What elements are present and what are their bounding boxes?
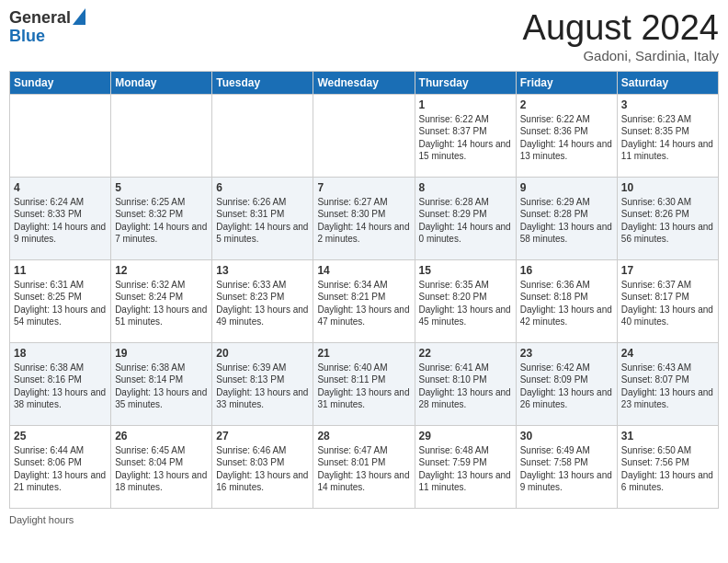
day-number: 14	[317, 264, 410, 277]
day-header: Friday	[516, 71, 617, 94]
day-info: Sunrise: 6:26 AM Sunset: 8:31 PM Dayligh…	[216, 196, 309, 246]
day-info: Sunrise: 6:47 AM Sunset: 8:01 PM Dayligh…	[317, 444, 410, 494]
day-header: Sunday	[10, 71, 111, 94]
day-info: Sunrise: 6:45 AM Sunset: 8:04 PM Dayligh…	[115, 444, 208, 494]
day-info: Sunrise: 6:46 AM Sunset: 8:03 PM Dayligh…	[216, 444, 309, 494]
calendar-cell: 17Sunrise: 6:37 AM Sunset: 8:17 PM Dayli…	[617, 259, 718, 342]
day-info: Sunrise: 6:34 AM Sunset: 8:21 PM Dayligh…	[317, 279, 410, 328]
day-number: 18	[14, 347, 107, 360]
calendar-cell: 6Sunrise: 6:26 AM Sunset: 8:31 PM Daylig…	[212, 177, 313, 259]
calendar-cell: 11Sunrise: 6:31 AM Sunset: 8:25 PM Dayli…	[10, 259, 111, 342]
day-number: 20	[216, 347, 309, 360]
calendar-cell: 1Sunrise: 6:22 AM Sunset: 8:37 PM Daylig…	[415, 94, 516, 177]
day-info: Sunrise: 6:28 AM Sunset: 8:29 PM Dayligh…	[419, 196, 512, 246]
day-info: Sunrise: 6:44 AM Sunset: 8:06 PM Dayligh…	[14, 444, 107, 494]
day-info: Sunrise: 6:43 AM Sunset: 8:07 PM Dayligh…	[621, 362, 714, 411]
day-number: 17	[621, 264, 714, 277]
day-info: Sunrise: 6:23 AM Sunset: 8:35 PM Dayligh…	[621, 113, 714, 163]
day-number: 12	[115, 264, 208, 277]
calendar-cell: 29Sunrise: 6:48 AM Sunset: 7:59 PM Dayli…	[415, 425, 516, 508]
calendar-cell: 7Sunrise: 6:27 AM Sunset: 8:30 PM Daylig…	[313, 177, 415, 259]
day-number: 23	[520, 347, 613, 360]
day-info: Sunrise: 6:22 AM Sunset: 8:37 PM Dayligh…	[419, 113, 512, 163]
day-info: Sunrise: 6:38 AM Sunset: 8:16 PM Dayligh…	[14, 362, 107, 411]
day-info: Sunrise: 6:33 AM Sunset: 8:23 PM Dayligh…	[216, 279, 309, 328]
calendar-cell: 14Sunrise: 6:34 AM Sunset: 8:21 PM Dayli…	[313, 259, 415, 342]
calendar-cell: 26Sunrise: 6:45 AM Sunset: 8:04 PM Dayli…	[111, 425, 212, 508]
calendar-cell: 30Sunrise: 6:49 AM Sunset: 7:58 PM Dayli…	[516, 425, 617, 508]
day-number: 10	[621, 181, 714, 194]
day-info: Sunrise: 6:24 AM Sunset: 8:33 PM Dayligh…	[14, 196, 107, 246]
footer: Daylight hours	[9, 514, 719, 525]
day-info: Sunrise: 6:32 AM Sunset: 8:24 PM Dayligh…	[115, 279, 208, 328]
logo-triangle-icon	[73, 8, 85, 25]
day-number: 31	[621, 430, 714, 442]
calendar-cell: 3Sunrise: 6:23 AM Sunset: 8:35 PM Daylig…	[617, 94, 718, 177]
day-number: 7	[317, 181, 410, 194]
day-info: Sunrise: 6:48 AM Sunset: 7:59 PM Dayligh…	[419, 444, 512, 494]
calendar-cell: 25Sunrise: 6:44 AM Sunset: 8:06 PM Dayli…	[10, 425, 111, 508]
day-number: 27	[216, 430, 309, 442]
day-info: Sunrise: 6:50 AM Sunset: 7:56 PM Dayligh…	[621, 444, 714, 494]
calendar-cell: 12Sunrise: 6:32 AM Sunset: 8:24 PM Dayli…	[111, 259, 212, 342]
day-number: 30	[520, 430, 613, 442]
day-info: Sunrise: 6:42 AM Sunset: 8:09 PM Dayligh…	[520, 362, 613, 411]
day-number: 29	[419, 430, 512, 442]
logo-blue-text: Blue	[9, 28, 85, 46]
calendar-cell: 13Sunrise: 6:33 AM Sunset: 8:23 PM Dayli…	[212, 259, 313, 342]
footer-label: Daylight hours	[9, 514, 74, 525]
day-number: 21	[317, 347, 410, 360]
calendar-cell: 27Sunrise: 6:46 AM Sunset: 8:03 PM Dayli…	[212, 425, 313, 508]
day-number: 13	[216, 264, 309, 277]
day-info: Sunrise: 6:49 AM Sunset: 7:58 PM Dayligh…	[520, 444, 613, 494]
day-number: 9	[520, 181, 613, 194]
day-info: Sunrise: 6:38 AM Sunset: 8:14 PM Dayligh…	[115, 362, 208, 411]
calendar-cell: 5Sunrise: 6:25 AM Sunset: 8:32 PM Daylig…	[111, 177, 212, 259]
calendar-cell: 9Sunrise: 6:29 AM Sunset: 8:28 PM Daylig…	[516, 177, 617, 259]
day-number: 26	[115, 430, 208, 442]
calendar-table: SundayMondayTuesdayWednesdayThursdayFrid…	[9, 71, 719, 509]
day-number: 4	[14, 181, 107, 194]
calendar-cell: 8Sunrise: 6:28 AM Sunset: 8:29 PM Daylig…	[415, 177, 516, 259]
day-info: Sunrise: 6:40 AM Sunset: 8:11 PM Dayligh…	[317, 362, 410, 411]
calendar-cell: 18Sunrise: 6:38 AM Sunset: 8:16 PM Dayli…	[10, 342, 111, 425]
day-header: Monday	[111, 71, 212, 94]
calendar-cell: 31Sunrise: 6:50 AM Sunset: 7:56 PM Dayli…	[617, 425, 718, 508]
day-header: Thursday	[415, 71, 516, 94]
calendar-cell	[111, 94, 212, 177]
logo-general-text: General	[9, 9, 71, 28]
day-number: 15	[419, 264, 512, 277]
day-info: Sunrise: 6:29 AM Sunset: 8:28 PM Dayligh…	[520, 196, 613, 246]
calendar-cell: 16Sunrise: 6:36 AM Sunset: 8:18 PM Dayli…	[516, 259, 617, 342]
day-number: 8	[419, 181, 512, 194]
calendar-cell	[313, 94, 415, 177]
day-number: 28	[317, 430, 410, 442]
day-info: Sunrise: 6:41 AM Sunset: 8:10 PM Dayligh…	[419, 362, 512, 411]
day-info: Sunrise: 6:25 AM Sunset: 8:32 PM Dayligh…	[115, 196, 208, 246]
day-info: Sunrise: 6:37 AM Sunset: 8:17 PM Dayligh…	[621, 279, 714, 328]
day-info: Sunrise: 6:30 AM Sunset: 8:26 PM Dayligh…	[621, 196, 714, 246]
calendar-cell: 23Sunrise: 6:42 AM Sunset: 8:09 PM Dayli…	[516, 342, 617, 425]
page-header: General Blue August 2024 Gadoni, Sardini…	[9, 9, 719, 63]
calendar-cell	[10, 94, 111, 177]
calendar-cell: 20Sunrise: 6:39 AM Sunset: 8:13 PM Dayli…	[212, 342, 313, 425]
day-info: Sunrise: 6:39 AM Sunset: 8:13 PM Dayligh…	[216, 362, 309, 411]
day-number: 1	[419, 98, 512, 111]
calendar-cell: 4Sunrise: 6:24 AM Sunset: 8:33 PM Daylig…	[10, 177, 111, 259]
day-header: Saturday	[617, 71, 718, 94]
day-info: Sunrise: 6:22 AM Sunset: 8:36 PM Dayligh…	[520, 113, 613, 163]
day-number: 16	[520, 264, 613, 277]
calendar-cell: 19Sunrise: 6:38 AM Sunset: 8:14 PM Dayli…	[111, 342, 212, 425]
day-number: 19	[115, 347, 208, 360]
day-number: 6	[216, 181, 309, 194]
calendar-cell: 21Sunrise: 6:40 AM Sunset: 8:11 PM Dayli…	[313, 342, 415, 425]
day-info: Sunrise: 6:36 AM Sunset: 8:18 PM Dayligh…	[520, 279, 613, 328]
calendar-cell: 15Sunrise: 6:35 AM Sunset: 8:20 PM Dayli…	[415, 259, 516, 342]
day-number: 5	[115, 181, 208, 194]
calendar-cell: 28Sunrise: 6:47 AM Sunset: 8:01 PM Dayli…	[313, 425, 415, 508]
day-info: Sunrise: 6:35 AM Sunset: 8:20 PM Dayligh…	[419, 279, 512, 328]
calendar-cell: 24Sunrise: 6:43 AM Sunset: 8:07 PM Dayli…	[617, 342, 718, 425]
calendar-cell: 2Sunrise: 6:22 AM Sunset: 8:36 PM Daylig…	[516, 94, 617, 177]
day-number: 11	[14, 264, 107, 277]
day-header: Tuesday	[212, 71, 313, 94]
